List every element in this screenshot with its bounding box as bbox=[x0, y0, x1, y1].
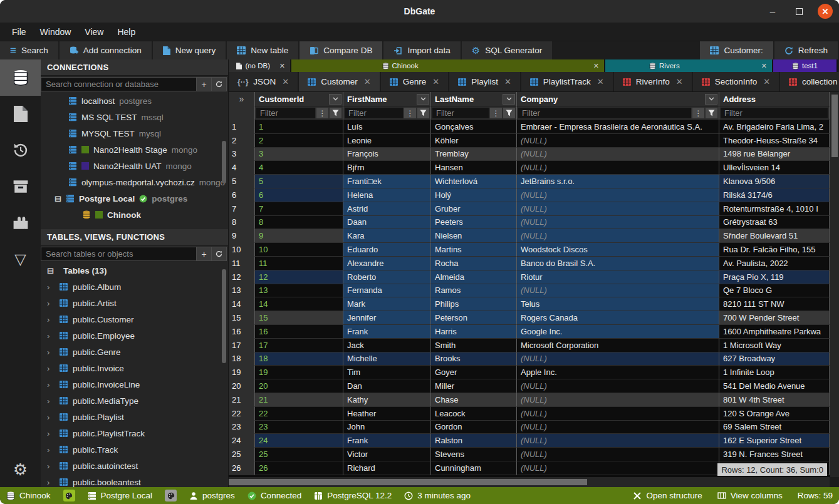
data-cell[interactable]: Philips bbox=[431, 297, 517, 311]
minimize-button[interactable]: – bbox=[765, 4, 780, 19]
data-cell[interactable]: (NULL) bbox=[517, 421, 719, 435]
archive-icon[interactable] bbox=[0, 168, 41, 205]
customer-button[interactable]: Customer: bbox=[700, 41, 773, 59]
chevron-right-icon[interactable]: › bbox=[47, 396, 55, 406]
search-button[interactable]: ≡Search bbox=[0, 41, 58, 59]
data-cell[interactable]: 25 bbox=[255, 448, 343, 461]
connection-item[interactable]: ⊟Postgre Localpostgres bbox=[41, 190, 228, 207]
data-cell[interactable]: 69 Salem Street bbox=[719, 421, 830, 435]
data-cell[interactable]: Kara bbox=[343, 229, 431, 243]
statusbar-item-open-structure[interactable]: Open structure bbox=[633, 491, 702, 500]
table-item[interactable]: ›public.Playlist bbox=[41, 409, 228, 425]
data-cell[interactable]: Goyer bbox=[431, 366, 517, 379]
refresh-button[interactable]: Refresh bbox=[774, 41, 838, 59]
data-cell[interactable]: 4 bbox=[255, 161, 343, 175]
table-row[interactable]: 55Franti□ekWichterlováJetBrains s.r.o.Kl… bbox=[229, 175, 830, 188]
data-cell[interactable]: Gruber bbox=[431, 202, 517, 216]
close-button[interactable]: ✕ bbox=[818, 4, 833, 19]
chevron-right-icon[interactable]: › bbox=[47, 445, 55, 455]
data-cell[interactable]: Qe 7 Bloco G bbox=[719, 284, 830, 298]
connection-item[interactable]: Nano2Health UATmongo bbox=[41, 158, 228, 174]
table-row[interactable]: 1919TimGoyerApple Inc.1 Infinite Loop bbox=[229, 366, 830, 379]
close-icon[interactable]: ✕ bbox=[279, 62, 285, 70]
data-cell[interactable]: 6 bbox=[255, 188, 343, 202]
data-cell[interactable]: Tremblay bbox=[431, 148, 517, 162]
statusbar-item-chinook[interactable]: Chinook bbox=[6, 491, 51, 500]
chevron-right-icon[interactable]: › bbox=[47, 364, 55, 373]
table-row[interactable]: 2222HeatherLeacock(NULL)120 S Orange Ave bbox=[229, 407, 830, 421]
data-cell[interactable]: Rua Dr. Falcão Filho, 155 bbox=[719, 243, 830, 257]
filter-input[interactable] bbox=[721, 108, 828, 118]
table-row[interactable]: 2525VictorStevens(NULL)319 N. Frances St… bbox=[229, 448, 830, 461]
column-header-lastname[interactable]: LastName bbox=[431, 92, 517, 106]
database-icon[interactable] bbox=[0, 59, 41, 96]
data-cell[interactable]: Banco do Brasil S.A. bbox=[517, 257, 719, 270]
data-cell[interactable]: Klanova 9/506 bbox=[719, 175, 830, 188]
data-cell[interactable]: 801 W 4th Street bbox=[719, 393, 830, 407]
data-cell[interactable]: Dan bbox=[343, 379, 431, 393]
settings-gear-icon[interactable]: ⚙ bbox=[0, 460, 41, 480]
statusbar-item-postgres[interactable]: postgres bbox=[189, 491, 235, 500]
tables-search-input[interactable] bbox=[41, 247, 197, 261]
tables-add-button[interactable]: + bbox=[197, 247, 212, 261]
data-cell[interactable]: 700 W Pender Street bbox=[719, 311, 830, 325]
connection-item[interactable]: Nano2Health Stagemongo bbox=[41, 141, 228, 158]
data-cell[interactable]: 13 bbox=[255, 284, 343, 298]
table-item[interactable]: ›public.PlaylistTrack bbox=[41, 425, 228, 441]
table-row[interactable]: 1414MarkPhilipsTelus8210 111 ST NW bbox=[229, 297, 830, 311]
data-cell[interactable]: Bjřrn bbox=[343, 161, 431, 175]
new-table-button[interactable]: New table bbox=[227, 41, 298, 59]
table-item[interactable]: ›public.MediaType bbox=[41, 393, 228, 409]
data-cell[interactable]: 16 bbox=[255, 325, 343, 339]
data-cell[interactable]: Mark bbox=[343, 297, 431, 311]
chevron-right-icon[interactable]: › bbox=[47, 380, 55, 389]
data-cell[interactable]: (NULL) bbox=[517, 448, 719, 461]
data-cell[interactable]: Rotenturmstraße 4, 1010 I bbox=[719, 202, 830, 216]
tab-sectioninfo[interactable]: SectionInfo✕ bbox=[693, 72, 779, 91]
tab-customer[interactable]: Customer✕ bbox=[299, 72, 379, 91]
data-cell[interactable]: Rogers Canada bbox=[517, 311, 719, 325]
table-row[interactable]: 44BjřrnHansen(NULL)UllevÍlsveien 14 bbox=[229, 161, 830, 175]
close-icon[interactable]: ✕ bbox=[761, 62, 767, 70]
data-cell[interactable]: (NULL) bbox=[517, 284, 719, 298]
data-cell[interactable]: Frank bbox=[343, 434, 431, 448]
tab-playlist[interactable]: Playlist✕ bbox=[449, 72, 520, 91]
import-data-button[interactable]: Import data bbox=[383, 41, 460, 59]
close-icon[interactable]: ✕ bbox=[504, 77, 511, 86]
data-cell[interactable]: Astrid bbox=[343, 202, 431, 216]
table-item[interactable]: ›public.autoinctest bbox=[41, 458, 228, 474]
data-cell[interactable]: (NULL) bbox=[517, 188, 719, 202]
data-cell[interactable]: Embraer - Empresa Brasileira de Aeronáut… bbox=[517, 120, 719, 134]
table-row[interactable]: 2323JohnGordon(NULL)69 Salem Street bbox=[229, 421, 830, 435]
data-cell[interactable]: Hansen bbox=[431, 161, 517, 175]
data-cell[interactable]: 120 S Orange Ave bbox=[719, 407, 830, 421]
data-cell[interactable]: Rilská 3174/6 bbox=[719, 188, 830, 202]
grid-corner-cell[interactable]: » bbox=[229, 92, 255, 106]
data-cell[interactable]: 21 bbox=[255, 393, 343, 407]
table-row[interactable]: 2121KathyChase(NULL)801 W 4th Street bbox=[229, 393, 830, 407]
data-cell[interactable]: (NULL) bbox=[517, 393, 719, 407]
column-header-firstname[interactable]: FirstName bbox=[343, 92, 431, 106]
data-cell[interactable]: Leacock bbox=[431, 407, 517, 421]
data-cell[interactable]: Chase bbox=[431, 393, 517, 407]
data-cell[interactable]: Telus bbox=[517, 297, 719, 311]
data-cell[interactable]: Jennifer bbox=[343, 311, 431, 325]
data-cell[interactable]: UllevÍlsveien 14 bbox=[719, 161, 830, 175]
close-icon[interactable]: ✕ bbox=[676, 77, 683, 86]
connection-item[interactable]: localhostpostgres bbox=[41, 93, 228, 109]
table-row[interactable]: 22LeonieKöhler(NULL)Theodor-Heuss-Straße… bbox=[229, 134, 830, 148]
data-cell[interactable]: 8210 111 ST NW bbox=[719, 297, 830, 311]
data-cell[interactable]: Harris bbox=[431, 325, 517, 339]
table-row[interactable]: 11LuísGonçalvesEmbraer - Empresa Brasile… bbox=[229, 120, 830, 134]
data-cell[interactable]: 9 bbox=[255, 229, 343, 243]
connection-item[interactable]: olympus-medportal.vychozi.czmongo bbox=[41, 174, 228, 190]
data-cell[interactable]: Sřnder Boulevard 51 bbox=[719, 229, 830, 243]
tab-collection[interactable]: collection bbox=[780, 72, 839, 91]
chevron-right-icon[interactable]: › bbox=[47, 429, 55, 438]
data-cell[interactable]: Google Inc. bbox=[517, 325, 719, 339]
table-item[interactable]: ›public.booleantest bbox=[41, 474, 228, 487]
column-menu-button[interactable] bbox=[503, 94, 515, 105]
filter-funnel-icon[interactable] bbox=[330, 108, 341, 118]
history-icon[interactable] bbox=[0, 132, 41, 168]
column-menu-button[interactable] bbox=[705, 94, 717, 105]
